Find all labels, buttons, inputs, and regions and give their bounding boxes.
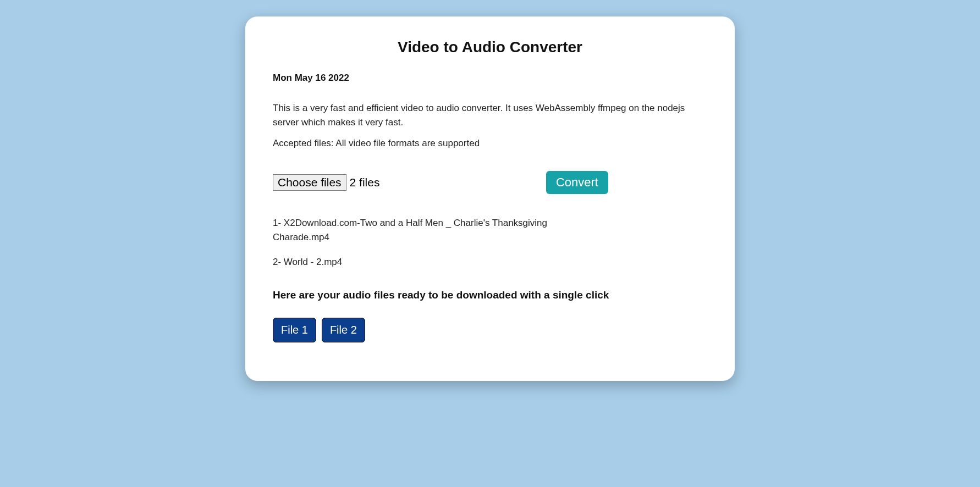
choose-files-button[interactable]: Choose files	[273, 174, 346, 191]
converter-card: Video to Audio Converter Mon May 16 2022…	[245, 16, 735, 381]
file-count-label: 2 files	[350, 176, 380, 189]
description-text: This is a very fast and efficient video …	[273, 101, 707, 129]
page-title: Video to Audio Converter	[273, 38, 707, 56]
download-file-1-button[interactable]: File 1	[273, 318, 316, 342]
download-file-2-button[interactable]: File 2	[322, 318, 365, 342]
selected-file-item: 1- X2Download.com-Two and a Half Men _ C…	[273, 216, 559, 244]
accepted-files-text: Accepted files: All video file formats a…	[273, 138, 707, 149]
selected-file-item: 2- World - 2.mp4	[273, 255, 559, 269]
download-row: File 1 File 2	[273, 318, 707, 342]
upload-row: Choose files 2 files Convert	[273, 171, 707, 194]
convert-button[interactable]: Convert	[546, 171, 608, 194]
ready-heading: Here are your audio files ready to be do…	[273, 289, 707, 301]
current-date: Mon May 16 2022	[273, 73, 707, 84]
